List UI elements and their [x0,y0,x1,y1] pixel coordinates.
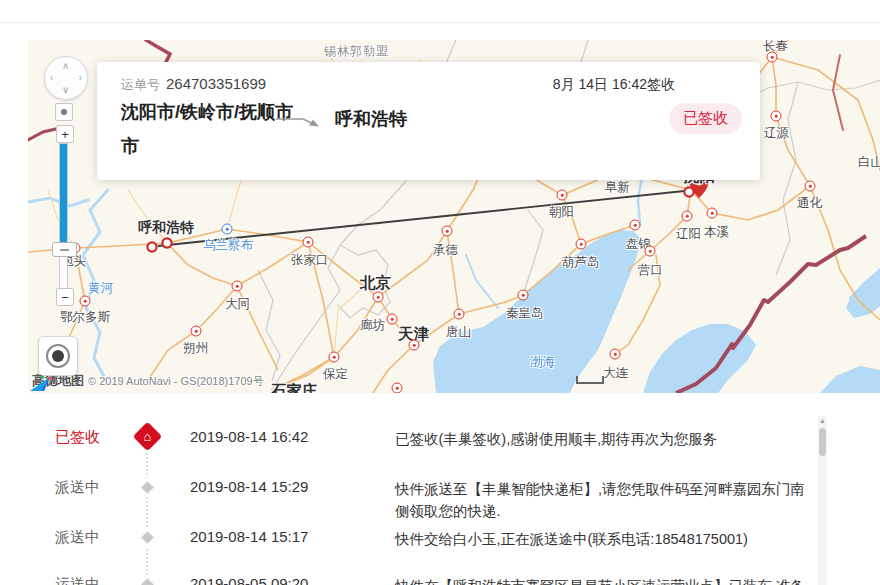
map-city-label: 廊坊 [360,317,385,334]
map-city-label: 张家口 [291,252,329,269]
pan-right-icon[interactable]: › [79,73,82,83]
map-city-label: 保定 [323,366,348,383]
zoom-slider-fill [60,144,67,244]
map-city-label: 辽源 [764,125,789,142]
map-city-label: 承德 [433,242,458,259]
zoom-slider[interactable] [59,143,68,289]
timeline-node-icon [141,578,154,585]
map-city-label: 渤海 [530,354,555,371]
map-city-label: 通化 [797,195,822,212]
map-city-label: 葫芦岛 [562,254,600,271]
poi-marker-icon [454,309,465,320]
poi-marker-icon [630,220,641,231]
zoom-slider-handle[interactable] [52,242,77,257]
timeline-row: 运送中 2019-08-05 09:20 快件在【呼和浩特市赛罕区昌易苑小区速运… [0,575,812,585]
map-city-label: 秦皇岛 [506,305,544,322]
map-city-label: 阜新 [605,179,630,196]
map-city-label: 营口 [638,262,663,279]
shipment-summary-card: 运单号264703351699 8月 14日 16:42签收 沈阳市/铁岭市/抚… [97,62,760,180]
map-city-label: 呼和浩特 [138,219,194,237]
timeline-description: 快件交给白小玉,正在派送途中(联系电话:18548175001) [395,528,815,550]
poi-marker-icon [442,226,453,237]
corner-water [820,366,880,393]
slider-handle-dash-icon [60,249,69,251]
poi-marker-icon [576,239,587,250]
map-copyright: © 2019 AutoNavi - GS(2018)1709号 [88,374,264,389]
timeline-status: 已签收 [55,428,100,447]
timeline-connector [146,442,148,585]
map-city-label: 大连 [603,365,628,382]
map-city-label: 乌兰察布 [203,237,253,254]
locate-me-button[interactable] [38,336,78,376]
timeline-scrollbar[interactable]: ▲ [818,416,827,585]
timeline-node-icon [133,422,163,452]
map-city-label: 白山 [858,154,880,171]
poi-marker-icon [767,52,778,63]
waybill-label: 运单号 [121,77,160,92]
scrollbar-thumb[interactable] [819,428,826,456]
poi-marker-icon [707,208,718,219]
map-scale-bar [576,376,604,384]
poi-marker-icon [303,237,314,248]
locate-icon-core [52,350,64,362]
map-overview-button[interactable] [55,103,73,121]
poi-marker-icon [191,326,202,337]
poi-marker-icon [80,296,91,307]
timeline-row: 派送中 2019-08-14 15:29 快件派送至【丰巢智能快递柜】,请您凭取… [0,478,812,502]
waybill-number: 264703351699 [166,75,266,92]
timeline-description: 快件派送至【丰巢智能快递柜】,请您凭取件码至河畔嘉园东门南侧领取您的快递. [395,478,815,522]
poi-marker-icon [557,190,568,201]
poi-marker-icon [409,340,420,351]
signed-time: 8月 14日 16:42签收 [553,76,675,94]
poi-marker-icon [222,224,233,235]
poi-marker-icon [645,246,656,257]
timeline-time: 2019-08-14 16:42 [190,428,308,445]
zoom-out-button[interactable]: − [56,288,74,306]
map-city-label: 黄河 [88,280,113,297]
poi-marker-icon [610,349,621,360]
map-city-label: 鄂尔多斯 [60,309,110,326]
status-badge: 已签收 [669,103,742,134]
map-city-label: 锡林郭勒盟 [324,43,389,60]
poi-marker-icon [232,281,243,292]
zoom-in-button[interactable]: + [56,125,74,143]
timeline-status: 派送中 [55,478,100,497]
pan-left-icon[interactable]: ‹ [50,73,53,83]
pan-down-icon[interactable]: ∨ [62,85,69,95]
timeline-node-icon [141,531,154,544]
timeline-node-icon [141,481,154,494]
timeline-time: 2019-08-05 09:20 [190,575,308,585]
pan-up-icon[interactable]: ∧ [62,61,69,71]
korea-bay-water [846,268,880,318]
map-city-label: 朝阳 [549,204,574,221]
map-city-label: 石家庄 [271,381,318,393]
poi-marker-icon [682,211,693,222]
map-city-label: 本溪 [704,224,729,241]
timeline-row: 已签收 2019-08-14 16:42 已签收(丰巢签收),感谢使用顺丰,期待… [0,428,812,452]
map-city-label: 大同 [225,296,250,313]
timeline-description: 快件在【呼和浩特市赛罕区昌易苑小区速运营业点】已装车,准备发往下一站 [395,575,815,585]
waybill-row: 运单号264703351699 [121,75,266,94]
poi-marker-icon [805,181,816,192]
route-arrow-icon [273,112,325,132]
poi-marker-icon [387,314,398,325]
map-city-label: 辽阳 [676,226,701,243]
poi-marker-icon [518,290,529,301]
overview-dot-icon [61,109,67,115]
poi-marker-icon [329,352,340,363]
map-city-label: 朔州 [183,340,208,357]
destination-city: 呼和浩特 [335,107,407,131]
timeline-time: 2019-08-14 15:17 [190,528,308,545]
poi-marker-icon [392,383,403,394]
timeline-row: 派送中 2019-08-14 15:17 快件交给白小玉,正在派送途中(联系电话… [0,528,812,552]
timeline-description: 已签收(丰巢签收),感谢使用顺丰,期待再次为您服务 [395,428,815,450]
locate-icon [46,344,70,368]
timeline-status: 派送中 [55,528,100,547]
scrollbar-up-arrow-icon[interactable]: ▲ [818,416,827,426]
tracking-timeline: 已签收 2019-08-14 16:42 已签收(丰巢签收),感谢使用顺丰,期待… [0,410,812,585]
timeline-time: 2019-08-14 15:29 [190,478,308,495]
timeline-status: 运送中 [55,575,100,585]
poi-marker-icon [373,292,384,303]
poi-marker-icon [771,111,782,122]
map-pan-control[interactable]: ∧ ∨ ‹ › [44,56,88,100]
